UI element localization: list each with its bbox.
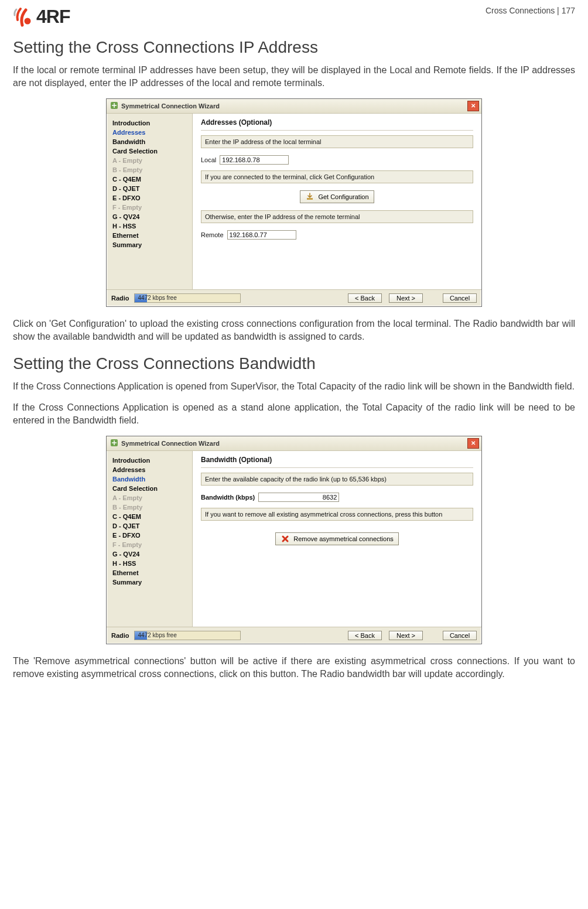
cancel-button[interactable]: Cancel — [443, 293, 477, 303]
wizard-footer: Radio 4472 kbps free < Back Next > Cance… — [107, 627, 481, 644]
bandwidth-free-text: 4472 kbps free — [138, 631, 177, 640]
step-bandwidth[interactable]: Bandwidth — [112, 476, 189, 483]
wizard-title: Symmetrical Connection Wizard — [121, 440, 220, 447]
wizard-bandwidth: Symmetrical Connection Wizard ✕ Introduc… — [106, 436, 482, 644]
step-f: F - Empty — [112, 204, 189, 211]
step-a: A - Empty — [112, 494, 189, 501]
app-icon — [110, 101, 118, 111]
brand-logo-mark-icon — [13, 7, 33, 27]
bandwidth-label: Bandwidth (kbps) — [201, 494, 255, 501]
radio-label: Radio — [111, 632, 129, 639]
bandwidth-input[interactable] — [258, 493, 339, 502]
step-ethernet[interactable]: Ethernet — [112, 232, 189, 239]
close-icon[interactable]: ✕ — [467, 438, 479, 449]
wizard-footer: Radio 4472 kbps free < Back Next > Cance… — [107, 289, 481, 306]
remove-asymmetrical-label: Remove asymmetrical connections — [293, 535, 394, 542]
step-f: F - Empty — [112, 541, 189, 548]
close-icon[interactable]: ✕ — [467, 101, 479, 111]
svg-rect-2 — [307, 198, 313, 200]
step-introduction[interactable]: Introduction — [112, 119, 189, 127]
paragraph: Click on 'Get Configuration' to upload t… — [13, 317, 575, 344]
wizard-sidebar: Introduction Addresses Bandwidth Card Se… — [107, 451, 192, 627]
step-bandwidth[interactable]: Bandwidth — [112, 138, 189, 145]
panel-heading: Bandwidth (Optional) — [201, 456, 473, 468]
step-introduction[interactable]: Introduction — [112, 457, 189, 464]
step-h[interactable]: H - HSS — [112, 560, 189, 567]
instruction-text: If you want to remove all existing asymm… — [201, 508, 473, 521]
remove-asymmetrical-button[interactable]: Remove asymmetrical connections — [275, 532, 399, 545]
section-title-ip: Setting the Cross Connections IP Address — [13, 38, 575, 57]
download-icon — [305, 192, 314, 201]
cancel-button[interactable]: Cancel — [443, 631, 477, 640]
wizard-main: Bandwidth (Optional) Enter the available… — [192, 451, 481, 627]
panel-heading: Addresses (Optional) — [201, 118, 473, 131]
step-a: A - Empty — [112, 157, 189, 164]
section-title-bw: Setting the Cross Connections Bandwidth — [13, 354, 575, 373]
instruction-text: Enter the available capacity of the radi… — [201, 473, 473, 486]
running-title: Cross Connections | 177 — [486, 6, 575, 15]
step-addresses[interactable]: Addresses — [112, 466, 189, 473]
wizard-titlebar: Symmetrical Connection Wizard ✕ — [107, 99, 481, 114]
next-button[interactable]: Next > — [389, 631, 423, 640]
wizard-addresses: Symmetrical Connection Wizard ✕ Introduc… — [106, 98, 482, 307]
local-ip-input[interactable] — [220, 155, 289, 165]
step-c[interactable]: C - Q4EM — [112, 513, 189, 520]
wizard-sidebar: Introduction Addresses Bandwidth Card Se… — [107, 114, 192, 289]
instruction-text: Otherwise, enter the IP address of the r… — [201, 210, 473, 223]
remote-label: Remote — [201, 231, 224, 238]
svg-point-0 — [25, 18, 31, 24]
step-e[interactable]: E - DFXO — [112, 532, 189, 539]
step-ethernet[interactable]: Ethernet — [112, 569, 189, 576]
step-h[interactable]: H - HSS — [112, 223, 189, 230]
step-card-selection[interactable]: Card Selection — [112, 485, 189, 492]
step-e[interactable]: E - DFXO — [112, 194, 189, 201]
wizard-main: Addresses (Optional) Enter the IP addres… — [192, 114, 481, 289]
paragraph: The 'Remove asymmetrical connections' bu… — [13, 655, 575, 681]
paragraph: If the Cross Connections Application is … — [13, 380, 575, 393]
get-configuration-label: Get Configuration — [318, 193, 368, 200]
get-configuration-button[interactable]: Get Configuration — [300, 190, 374, 203]
wizard-titlebar: Symmetrical Connection Wizard ✕ — [107, 436, 481, 451]
brand-logo-text: 4RF — [36, 6, 70, 28]
app-icon — [110, 439, 118, 448]
radio-label: Radio — [111, 295, 129, 302]
step-c[interactable]: C - Q4EM — [112, 176, 189, 183]
paragraph: If the local or remote terminal IP addre… — [13, 64, 575, 90]
bandwidth-free-text: 4472 kbps free — [138, 294, 177, 302]
step-b: B - Empty — [112, 166, 189, 173]
step-summary[interactable]: Summary — [112, 241, 189, 248]
step-addresses[interactable]: Addresses — [112, 129, 189, 136]
instruction-text: If you are connected to the terminal, cl… — [201, 170, 473, 183]
step-d[interactable]: D - QJET — [112, 185, 189, 192]
delete-x-icon — [281, 534, 290, 544]
instruction-text: Enter the IP address of the local termin… — [201, 135, 473, 148]
step-summary[interactable]: Summary — [112, 579, 189, 586]
step-b: B - Empty — [112, 504, 189, 511]
brand-logo: 4RF — [13, 6, 70, 28]
bandwidth-bar: 4472 kbps free — [134, 631, 241, 640]
step-d[interactable]: D - QJET — [112, 522, 189, 529]
back-button[interactable]: < Back — [348, 293, 382, 303]
remote-ip-input[interactable] — [227, 230, 296, 240]
step-g[interactable]: G - QV24 — [112, 213, 189, 220]
back-button[interactable]: < Back — [348, 631, 382, 640]
page-header: 4RF Cross Connections | 177 — [13, 6, 575, 28]
step-card-selection[interactable]: Card Selection — [112, 148, 189, 155]
next-button[interactable]: Next > — [389, 293, 423, 303]
wizard-title: Symmetrical Connection Wizard — [121, 102, 220, 110]
paragraph: If the Cross Connections Application is … — [13, 401, 575, 428]
bandwidth-bar: 4472 kbps free — [134, 293, 241, 303]
local-label: Local — [201, 156, 216, 163]
step-g[interactable]: G - QV24 — [112, 551, 189, 558]
